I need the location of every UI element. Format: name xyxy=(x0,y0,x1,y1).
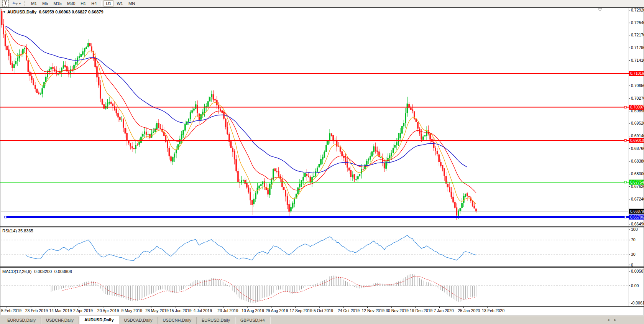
chart-tab-bar: EURUSD,DailyUSDCHF,DailyAUDUSD,DailyUSDC… xyxy=(0,316,644,324)
timeframe-button-mn[interactable]: MN xyxy=(126,0,137,7)
chart-tab-audusd-daily[interactable]: AUDUSD,Daily xyxy=(79,316,119,324)
date-tick-label: 23 Jul 2019 xyxy=(217,308,238,313)
toolbar-handle[interactable] xyxy=(25,1,26,6)
price-tick-label: 0.72170 xyxy=(631,33,644,37)
price-tick-label: 0.70270 xyxy=(631,96,644,100)
price-tick-label: 0.71790 xyxy=(631,45,644,50)
chart-tab-gbpusd-h4[interactable]: GBPUSD,H4 xyxy=(235,317,270,324)
date-tick-label: 25 Jan 2020 xyxy=(458,308,480,313)
date-tick-label: 9 May 2019 xyxy=(122,308,143,313)
terminal-window: T ▼ M1M5M15M30H1H4 D1W1MN 0.729200.72540… xyxy=(0,0,644,324)
price-tick-label: 0.68760 xyxy=(631,146,644,151)
timeframe-button-m30[interactable]: M30 xyxy=(65,0,77,7)
timeframe-button-h1[interactable]: H1 xyxy=(78,0,88,7)
hline-endpoint-marker[interactable] xyxy=(5,216,7,218)
price-tick-label: 0.67620 xyxy=(631,184,644,189)
date-tick-label: 5 Oct 2019 xyxy=(314,308,334,313)
price-tick-label: 0.72920 xyxy=(631,8,644,12)
rsi-tick-label: 30 xyxy=(631,252,636,257)
chart-tab-eurusd-daily[interactable]: EURUSD,Daily xyxy=(2,317,41,324)
date-tick-label: 12 Nov 2019 xyxy=(362,308,385,313)
date-tick-label: 4 Jul 2019 xyxy=(194,308,212,313)
date-tick-label: 20 Apr 2019 xyxy=(97,308,119,313)
timeframe-button-w1[interactable]: W1 xyxy=(114,0,125,7)
arrows-tool-icon[interactable] xyxy=(12,1,18,6)
rsi-tick-label: 100 xyxy=(631,227,638,232)
date-tick-label: 17 Sep 2019 xyxy=(289,308,312,313)
price-badge-label: 0.66879 xyxy=(630,209,644,214)
hline-endpoint-marker[interactable] xyxy=(624,140,626,141)
price-tick-label: 0.70650 xyxy=(631,83,644,88)
timeframe-button-m5[interactable]: M5 xyxy=(40,0,50,7)
price-tick-label: 0.71410 xyxy=(631,58,644,62)
hline-endpoint-marker[interactable] xyxy=(624,216,626,218)
price-badge-label: 0.70007 xyxy=(630,105,644,109)
rsi-tick-label: 0 xyxy=(631,263,633,267)
date-tick-label: 19 Dec 2019 xyxy=(410,308,433,313)
price-tick-label: 0.68000 xyxy=(631,171,644,176)
timeframe-button-m15[interactable]: M15 xyxy=(51,0,64,7)
date-tick-label: 14 Mar 2019 xyxy=(49,308,72,313)
chart-tab-usdcad-daily[interactable]: USDCAD,Daily xyxy=(119,317,158,324)
timeframe-button-m1[interactable]: M1 xyxy=(29,0,39,7)
hline-endpoint-marker[interactable] xyxy=(624,181,626,183)
macd-tick-label: -0.00614 xyxy=(631,301,644,305)
price-tick-label: 0.69520 xyxy=(631,121,644,125)
date-tick-label: 28 May 2019 xyxy=(145,308,169,313)
price-tick-label: 0.68380 xyxy=(631,159,644,163)
date-tick-label: 2 Apr 2019 xyxy=(73,308,93,313)
date-tick-label: 15 Jun 2019 xyxy=(169,308,192,313)
toolbar-separator xyxy=(101,1,102,6)
timeframe-toolbar: T ▼ M1M5M15M30H1H4 D1W1MN xyxy=(0,0,644,7)
chart-tab-eurusd-daily[interactable]: EURUSD,Daily xyxy=(197,317,235,324)
price-tick-label: 0.66490 xyxy=(631,222,644,226)
price-badge-label: 0.66706 xyxy=(630,215,644,219)
price-badge-label: 0.69010 xyxy=(630,138,644,143)
timeframe-button-d1[interactable]: D1 xyxy=(104,0,113,7)
price-badge-label: 0.71016 xyxy=(630,71,644,76)
price-badge-label: 0.67754 xyxy=(630,180,644,184)
date-tick-label: 10 Aug 2019 xyxy=(242,308,264,313)
chevron-down-icon[interactable]: ▼ xyxy=(18,2,21,5)
date-tick-label: 5 Feb 2019 xyxy=(1,308,21,313)
date-tick-label: 7 Jan 2020 xyxy=(434,308,454,313)
price-tick-label: 0.69140 xyxy=(631,133,644,138)
text-tool-button[interactable]: T xyxy=(2,0,9,7)
tab-scroll-left-button[interactable]: ◄ xyxy=(606,317,611,323)
hline-endpoint-marker[interactable] xyxy=(624,106,626,108)
rsi-tick-label: 70 xyxy=(631,237,636,242)
chart-area[interactable]: 0.729200.725400.721700.717900.714100.706… xyxy=(0,7,644,316)
price-tick-label: 0.67240 xyxy=(631,197,644,201)
timeframe-button-h4[interactable]: H4 xyxy=(89,0,99,7)
date-tick-label: 24 Oct 2019 xyxy=(338,308,360,313)
chart-tab-usdchf-daily[interactable]: USDCHF,Daily xyxy=(41,317,79,324)
macd-tick-label: 0.00 xyxy=(631,283,639,288)
date-tick-label: 29 Aug 2019 xyxy=(266,308,288,313)
date-tick-label: 13 Feb 2020 xyxy=(482,308,504,313)
tab-scroll-right-button[interactable]: ► xyxy=(613,317,618,323)
date-tick-label: 30 Nov 2019 xyxy=(386,308,409,313)
chart-tab-usdcnh-daily[interactable]: USDCNH,Daily xyxy=(158,317,197,324)
price-tick-label: 0.72540 xyxy=(631,20,644,25)
date-tick-label: 23 Feb 2019 xyxy=(25,308,48,313)
chart-canvas[interactable] xyxy=(0,7,644,316)
macd-tick-label: 0.005076 xyxy=(631,269,644,273)
